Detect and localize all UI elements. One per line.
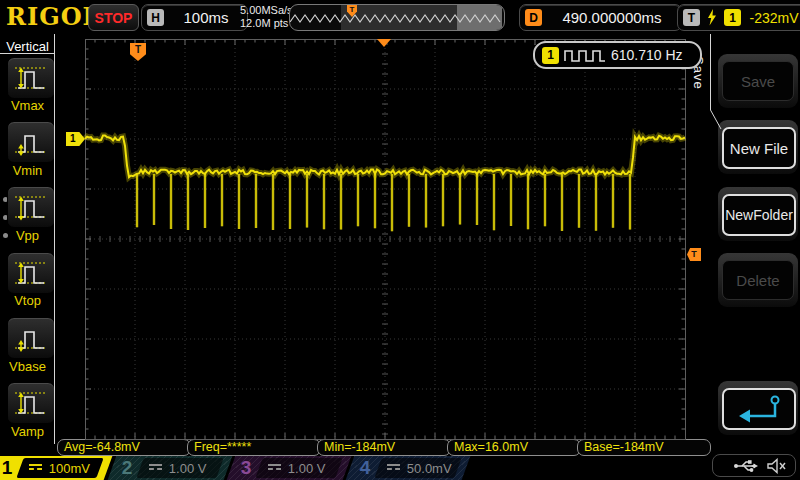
trigger-box: T 1 -232mV: [677, 4, 800, 31]
softkey-vpp[interactable]: [7, 186, 55, 228]
softkey-vmax-label: Vmax: [0, 98, 55, 113]
new-folder-button[interactable]: NewFolder: [722, 194, 796, 236]
channel1-position-marker: 1: [66, 132, 85, 146]
delay-badge: D: [525, 9, 542, 26]
channel-4[interactable]: 4 50.0mV: [346, 456, 471, 480]
channel-1-number: 1: [0, 456, 18, 480]
measurement-max: Max=16.0mV: [447, 439, 581, 456]
softkey-vmin[interactable]: [7, 121, 55, 163]
softkey-vmax[interactable]: [7, 57, 55, 99]
square-wave-icon: [564, 48, 606, 63]
softkey-vbase-label: Vbase: [0, 359, 55, 374]
delay-value: 490.000000ms: [548, 9, 676, 26]
trigger-level-value: -232mV: [747, 10, 800, 26]
edge-trigger-icon: [706, 9, 718, 26]
vamp-icon: [12, 388, 50, 418]
trigger-position-flag-icon: T: [130, 43, 146, 61]
dc-coupling-icon: [387, 464, 400, 472]
menu-key-save: Save: [718, 54, 798, 108]
acquisition-info: 5.00MSa/s 12.0M pts: [240, 4, 293, 30]
channel-2-number: 2: [116, 456, 138, 480]
softkey-vtop-label: Vtop: [0, 293, 55, 308]
channel-3-number: 3: [235, 456, 257, 480]
menu-key-new-folder: NewFolder: [718, 187, 798, 241]
trigger-level-marker: T: [687, 248, 701, 261]
return-arrow-icon: [731, 394, 787, 424]
dc-coupling-icon: [268, 464, 281, 472]
back-button[interactable]: [722, 388, 796, 430]
memory-waveform-icon: [290, 5, 504, 30]
softkey-vtop[interactable]: [7, 252, 55, 294]
delay-box: D 490.000000ms: [519, 4, 682, 31]
timebase-value: 100ms: [170, 9, 242, 26]
new-file-button[interactable]: New File: [722, 127, 796, 169]
channel-3-scale: 1.00 V: [255, 458, 342, 478]
system-status-icons: [712, 454, 796, 477]
usb-icon: [733, 458, 759, 474]
memory-depth: 12.0M pts: [240, 17, 293, 30]
vbase-icon: [12, 323, 50, 353]
trigger-source-badge: 1: [724, 9, 741, 26]
channel-2[interactable]: 2 1.00 V: [108, 456, 233, 480]
vtop-icon: [12, 258, 50, 288]
measurement-min: Min=-184mV: [317, 439, 451, 456]
channel-2-scale: 1.00 V: [136, 458, 223, 478]
dc-coupling-icon: [149, 464, 162, 472]
softkey-vbase[interactable]: [7, 317, 55, 359]
screen-center-marker-icon: [377, 39, 391, 47]
horizontal-timebase-box: H 100ms: [141, 4, 248, 31]
h-badge: H: [147, 9, 164, 26]
measurement-freq: Freq=*****: [187, 439, 321, 456]
speaker-muted-icon: [767, 458, 787, 474]
vpp-icon: [12, 192, 50, 222]
channel-4-scale: 50.0mV: [374, 458, 461, 478]
save-button[interactable]: Save: [722, 61, 794, 101]
sample-rate: 5.00MSa/s: [240, 4, 293, 17]
softkey-vmin-label: Vmin: [0, 163, 55, 178]
oscilloscope-screen: RIGOL STOP H 100ms 5.00MSa/s 12.0M pts T…: [0, 0, 800, 480]
delete-button[interactable]: Delete: [722, 260, 794, 300]
channel-status-bar: 1 100mV 2 1.00 V 3 1.00 V 4 50.0mV: [0, 456, 800, 480]
channel-4-number: 4: [354, 456, 376, 480]
vmin-icon: [12, 127, 50, 157]
channel-1[interactable]: 1 100mV: [0, 456, 112, 480]
softkey-vpp-label: Vpp: [0, 228, 55, 243]
frequency-counter: 1 610.710 Hz: [533, 41, 702, 69]
freq-counter-value: 610.710 Hz: [611, 47, 683, 63]
softkey-vamp[interactable]: [7, 382, 55, 424]
dc-coupling-icon: [29, 464, 42, 472]
channel-1-scale: 100mV: [16, 458, 103, 478]
rigol-logo: RIGOL: [6, 2, 100, 31]
freq-counter-channel-badge: 1: [542, 47, 559, 64]
left-menu-title: Vertical: [0, 39, 55, 54]
trigger-badge: T: [683, 9, 700, 26]
menu-key-delete: Delete: [718, 253, 798, 307]
channel-3[interactable]: 3 1.00 V: [227, 456, 352, 480]
run-state-indicator: STOP: [88, 4, 139, 31]
waveform-memory-preview: T: [289, 4, 505, 31]
menu-key-new-file: New File: [718, 120, 798, 174]
graticule-and-waveform: [0, 0, 800, 480]
menu-key-back: [718, 381, 798, 435]
vmax-icon: [12, 63, 50, 93]
measurement-base: Base=-184mV: [577, 439, 711, 456]
measurement-avg: Avg=-64.8mV: [57, 439, 191, 456]
softkey-vamp-label: Vamp: [0, 424, 55, 439]
